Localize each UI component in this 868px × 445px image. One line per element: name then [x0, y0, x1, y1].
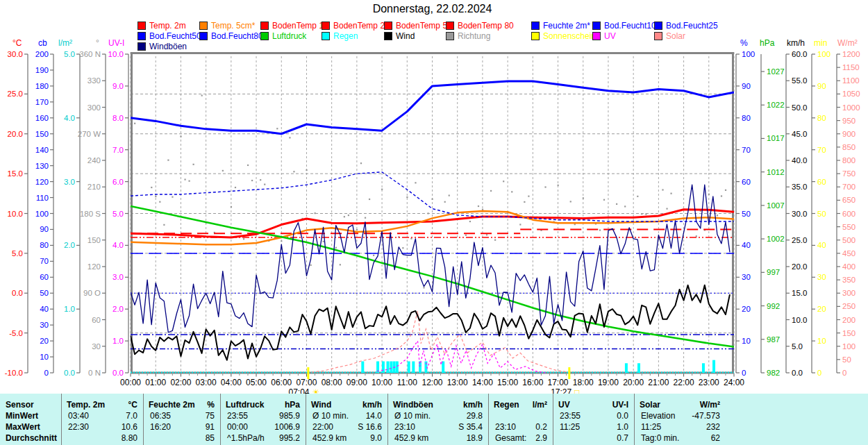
svg-text:1150: 1150 — [842, 63, 860, 72]
cell-value: °C — [128, 400, 137, 410]
svg-text:07:00: 07:00 — [296, 378, 317, 387]
svg-text:1050: 1050 — [842, 90, 860, 98]
svg-text:4.0: 4.0 — [64, 114, 75, 122]
cell-value: km/h — [463, 400, 483, 410]
svg-text:18:00: 18:00 — [573, 378, 594, 387]
svg-text:1022: 1022 — [767, 101, 785, 109]
cell-solar-maxwert: 11:25232 — [634, 421, 726, 433]
cell-solar-durchschnitt: Tag:0 min.62 — [634, 433, 726, 444]
cell-value: 62 — [711, 433, 720, 443]
svg-text:9.0: 9.0 — [112, 82, 124, 90]
series-bod-feucht10 — [131, 172, 734, 221]
svg-text:140: 140 — [35, 146, 49, 154]
svg-text:22:00: 22:00 — [674, 378, 694, 387]
svg-text:05:00: 05:00 — [246, 378, 267, 387]
svg-text:01:00: 01:00 — [145, 378, 166, 387]
svg-text:24:00: 24:00 — [724, 378, 744, 387]
cell-temp-2m-minwert: 03:407.0 — [61, 410, 143, 421]
svg-text:997: 997 — [767, 268, 780, 276]
cell-value: hPa — [285, 400, 300, 410]
cell-value: 29.8 — [467, 411, 483, 421]
cell-luftdruck-maxwert: 00:001006.9 — [220, 421, 306, 433]
svg-text:300: 300 — [87, 103, 101, 112]
svg-text:2.0: 2.0 — [64, 241, 75, 249]
svg-text:700: 700 — [842, 183, 856, 191]
cell-time: Windböen — [393, 400, 433, 410]
cell-value: 7.0 — [126, 411, 137, 421]
svg-text:100: 100 — [817, 50, 831, 58]
svg-text:1007: 1007 — [767, 201, 785, 210]
svg-text:0: 0 — [44, 369, 49, 377]
svg-text:0: 0 — [742, 369, 746, 377]
cell-time: Temp. 2m — [67, 400, 105, 410]
right-axis-wm2: 1200115011001050100095090085080075070065… — [837, 38, 860, 377]
cell-time: Elevation — [641, 411, 675, 421]
svg-text:60.0: 60.0 — [792, 50, 807, 58]
right-axis-hpa: 102710221017101210071002997992987982hPa — [760, 38, 785, 377]
svg-text:70: 70 — [817, 146, 826, 154]
cell-time: 452.9 km — [312, 433, 347, 443]
svg-text:120: 120 — [87, 262, 101, 271]
svg-text:0.0: 0.0 — [64, 369, 75, 377]
svg-text:10: 10 — [40, 353, 49, 361]
grid — [131, 52, 734, 374]
svg-text:100: 100 — [742, 50, 755, 58]
svg-text:10: 10 — [742, 337, 751, 345]
cell-value: 232 — [706, 422, 720, 432]
svg-text:20: 20 — [742, 305, 751, 313]
svg-text:1.0: 1.0 — [64, 305, 75, 313]
svg-text:11:00: 11:00 — [397, 378, 417, 387]
cell-time: Regen — [494, 400, 519, 410]
cell-time: 23:10 — [495, 422, 516, 432]
svg-text:900: 900 — [842, 130, 856, 138]
svg-text:0.0: 0.0 — [12, 289, 23, 297]
cell-time: 11:25 — [641, 422, 661, 432]
svg-text:70: 70 — [742, 146, 751, 154]
x-axis: 00:0001:0002:0003:0004:0005:0006:0007:00… — [120, 374, 744, 388]
cell-time: Ø 10 min. — [312, 411, 349, 421]
svg-text:1100: 1100 — [842, 76, 860, 85]
svg-text:160: 160 — [35, 114, 49, 122]
svg-text:80: 80 — [742, 114, 751, 122]
row-label: MinWert — [6, 411, 38, 421]
svg-text:500: 500 — [842, 236, 856, 244]
svg-text:3.0: 3.0 — [112, 273, 124, 281]
cell-windb-en-minwert: Ø 10 min.29.8 — [387, 410, 488, 421]
series-regen-bars — [361, 360, 715, 373]
cell-wind-minwert: Ø 10 min.14.0 — [306, 410, 387, 421]
svg-text:200: 200 — [842, 316, 856, 324]
cell-feuchte-2m-durchschnitt: 85 — [143, 433, 220, 444]
svg-text:90: 90 — [817, 82, 826, 90]
svg-text:330: 330 — [87, 76, 101, 85]
svg-text:80: 80 — [40, 241, 49, 249]
cell-luftdruck-sensor: LuftdruckhPa — [220, 399, 306, 410]
svg-text:15.0: 15.0 — [792, 289, 807, 297]
svg-text:km/h: km/h — [787, 38, 805, 48]
svg-text:200: 200 — [35, 50, 49, 58]
svg-text:21:00: 21:00 — [648, 378, 669, 387]
svg-text:30: 30 — [817, 273, 826, 281]
svg-text:W/m²: W/m² — [837, 38, 858, 48]
svg-text:150: 150 — [35, 130, 49, 138]
svg-text:19:00: 19:00 — [598, 378, 619, 387]
row-label: Sensor — [6, 400, 34, 410]
svg-text:170: 170 — [35, 98, 49, 106]
cell-value: S 16.6 — [358, 422, 382, 432]
svg-text:50: 50 — [842, 355, 851, 364]
svg-text:10:00: 10:00 — [372, 378, 392, 387]
cell-windb-en-maxwert: 23:10S 35.4 — [387, 421, 488, 433]
row-label: Durchschnitt — [6, 433, 57, 443]
svg-text:8.0: 8.0 — [112, 114, 124, 122]
left-axis-uvi: 10.09.08.07.06.05.04.03.02.01.00.0UV-I — [108, 38, 128, 377]
cell-value: 0.7 — [617, 433, 628, 443]
svg-text:20: 20 — [40, 337, 49, 345]
svg-text:°C: °C — [12, 38, 22, 48]
cell-time: 23:55 — [227, 411, 248, 421]
svg-text:30: 30 — [742, 273, 751, 281]
weather-day-page: Donnerstag, 22.02.2024 Temp. 2mTemp. 5cm… — [0, 0, 868, 445]
cell-value: 85 — [206, 433, 215, 443]
svg-text:10: 10 — [817, 337, 826, 345]
cell-value: 14.0 — [366, 411, 382, 421]
svg-text:15:00: 15:00 — [497, 378, 518, 387]
svg-text:50: 50 — [817, 210, 826, 218]
